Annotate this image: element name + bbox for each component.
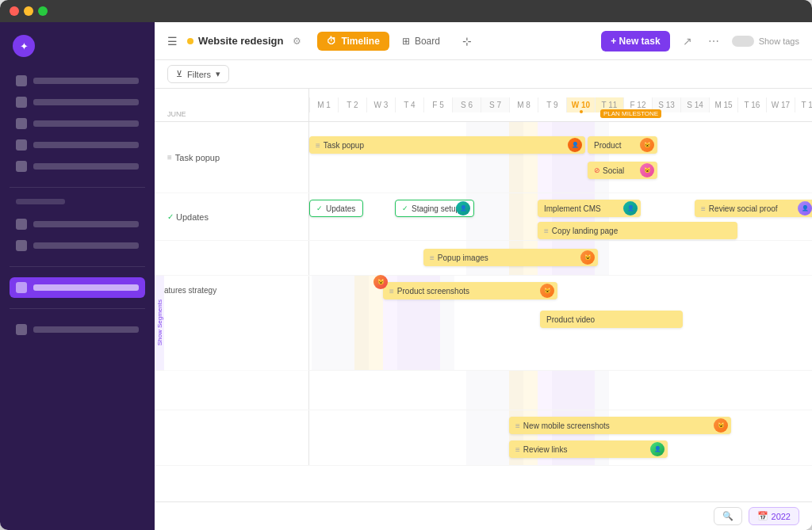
day-col-5: S 6 — [452, 97, 481, 112]
sidebar-item-7[interactable] — [10, 235, 145, 256]
day-col-17: T 18 — [795, 97, 812, 112]
project-title: Website redesign — [187, 35, 283, 47]
avatar-face-mobile: 🐱 — [714, 418, 728, 433]
list-icon-screenshots: ≡ — [389, 287, 394, 296]
gantt-row-5: ≡ New mobile screenshots 🐱 ≡ Review link… — [155, 410, 812, 466]
task-bar-popup-images[interactable]: ≡ Popup images 🐱 — [423, 249, 598, 266]
task-bar-task-popup[interactable]: ≡ Task popup 👤 — [309, 136, 585, 154]
show-tags-switch[interactable] — [732, 36, 754, 47]
share-icon[interactable]: ↗ — [680, 32, 695, 51]
milestone-bg — [538, 122, 595, 193]
sidebar-item-2[interactable] — [10, 92, 145, 112]
filters-button[interactable]: ⊻ Filters ▾ — [167, 65, 229, 83]
avatar-popup: 🐱 — [580, 250, 595, 265]
filter-label: Filters — [187, 70, 211, 79]
sidebar-icon-4 — [16, 139, 27, 151]
day-col-0: M 1 — [309, 97, 338, 112]
project-color-dot — [187, 38, 193, 44]
show-tags-toggle[interactable]: Show tags — [732, 36, 799, 47]
filter-bar: ⊻ Filters ▾ — [155, 60, 812, 89]
avatar-face: 👤 — [568, 138, 582, 152]
sidebar-icon-5 — [16, 161, 27, 172]
menu-icon[interactable]: ☰ — [167, 35, 178, 48]
avatar-face-popup: 🐱 — [580, 250, 595, 265]
timeline-container[interactable]: JUNE M 1T 2W 3T 4F 5S 6S 7M 8T 9W 10T 11… — [155, 89, 812, 501]
today-bg-4 — [354, 276, 383, 370]
task-bar-landing[interactable]: ≡ Copy landing page — [538, 222, 737, 239]
gantt-row-4: Show Segments atures strategy — [155, 276, 812, 371]
sidebar-label-2 — [33, 99, 139, 105]
check-icon-updates: ✓ — [167, 212, 174, 221]
search-bottom-button[interactable]: 🔍 — [714, 507, 742, 525]
task-bar-product[interactable]: Product 🐱 — [588, 136, 657, 154]
avatar-face-staging: 👤 — [456, 201, 470, 215]
board-tab-icon: ⊞ — [402, 36, 410, 47]
gantt-body: ≡Task popup ≡ Task pop — [155, 122, 812, 466]
app-logo-icon[interactable]: ✦ — [13, 35, 35, 57]
gantt-area-5: ≡ New mobile screenshots 🐱 ≡ Review link… — [309, 410, 812, 465]
nav-tabs: ⏱ Timeline ⊞ Board ⊹ — [317, 32, 481, 51]
sidebar-divider-2 — [10, 266, 145, 267]
sidebar-item-5[interactable] — [10, 156, 145, 177]
avatar-staging: 👤 — [456, 201, 470, 215]
year-label: 2022 — [772, 512, 791, 521]
day-col-9: W 10 — [566, 97, 595, 112]
sidebar-item-4[interactable] — [10, 135, 145, 155]
segment-label: Show Segments — [156, 299, 163, 345]
gantt-area-2: ✓ Updates ✓ Staging setup 👤 — [309, 193, 812, 240]
tab-timeline[interactable]: ⏱ Timeline — [317, 32, 389, 51]
year-button[interactable]: 📅 2022 — [749, 507, 799, 525]
sidebar-item-3[interactable] — [10, 113, 145, 134]
task-label-product-video: Product video — [546, 315, 595, 324]
today-bg — [509, 122, 538, 193]
header-row-label: JUNE — [155, 89, 309, 121]
task-bar-updates[interactable]: ✓ Updates — [309, 200, 363, 217]
timeline-tab-label: Timeline — [341, 36, 379, 47]
task-bar-social-proof[interactable]: ≡ Review social proof 👤 — [695, 200, 812, 217]
close-button[interactable] — [10, 6, 19, 16]
task-label-social-proof: Review social proof — [709, 204, 778, 213]
sidebar-label-4 — [33, 142, 139, 148]
sidebar-icon-2 — [16, 97, 27, 108]
task-label-mobile-screenshots: New mobile screenshots — [523, 421, 610, 430]
task-bar-cms[interactable]: Implement CMS 👤 — [538, 200, 641, 217]
minimize-button[interactable] — [24, 6, 33, 16]
task-label-staging: Staging setup — [412, 204, 460, 213]
sidebar-item-1[interactable] — [10, 71, 145, 91]
task-bar-staging[interactable]: ✓ Staging setup 👤 — [395, 200, 474, 217]
avatar-product: 🐱 — [640, 138, 654, 152]
tab-more[interactable]: ⊹ — [453, 32, 481, 51]
sidebar-item-6[interactable] — [10, 214, 145, 234]
day-col-16: W 17 — [766, 97, 795, 112]
gantt-area-1: ≡ Task popup 👤 Product 🐱 — [309, 122, 812, 193]
task-bar-product-screenshots[interactable]: ≡ Product screenshots 🐱 — [383, 282, 557, 299]
day-col-2: W 3 — [366, 97, 395, 112]
tab-board[interactable]: ⊞ Board — [393, 32, 450, 51]
task-bar-review-links[interactable]: ≡ Review links 👤 — [509, 440, 668, 458]
avatar-mobile: 🐱 — [714, 418, 728, 433]
sidebar-label-7 — [33, 242, 139, 249]
project-settings-icon[interactable]: ⚙ — [293, 36, 301, 47]
filter-icon: ⊻ — [176, 69, 182, 79]
avatar-face-sp: 👤 — [798, 201, 812, 215]
more-options-icon[interactable]: ⋯ — [705, 32, 722, 51]
avatar-social-proof: 👤 — [798, 201, 812, 215]
day-col-7: M 8 — [509, 97, 538, 112]
task-label-updates: Updates — [326, 204, 355, 213]
new-task-button[interactable]: + New task — [601, 31, 669, 51]
avatar-face-screenshots: 🐱 — [540, 284, 554, 298]
sidebar-icon-1 — [16, 75, 27, 86]
task-bar-mobile-screenshots[interactable]: ≡ New mobile screenshots 🐱 — [509, 417, 731, 434]
show-tags-label: Show tags — [759, 36, 799, 46]
avatar-task-popup: 👤 — [568, 138, 582, 152]
task-bar-product-video[interactable]: Product video — [540, 311, 683, 328]
sidebar-icon-active — [16, 282, 27, 293]
task-bar-social[interactable]: ⊘ Social 🐱 — [588, 162, 657, 179]
milestone-label: PLAN MILESTONE — [600, 109, 661, 118]
gantt-row-2: ✓Updates ✓ Updates — [155, 193, 812, 241]
sidebar-item-8[interactable] — [10, 319, 145, 340]
task-label-popup-images: Popup images — [438, 254, 488, 262]
new-task-label: + New task — [611, 36, 660, 47]
maximize-button[interactable] — [38, 6, 48, 16]
sidebar-item-active[interactable] — [10, 277, 145, 298]
